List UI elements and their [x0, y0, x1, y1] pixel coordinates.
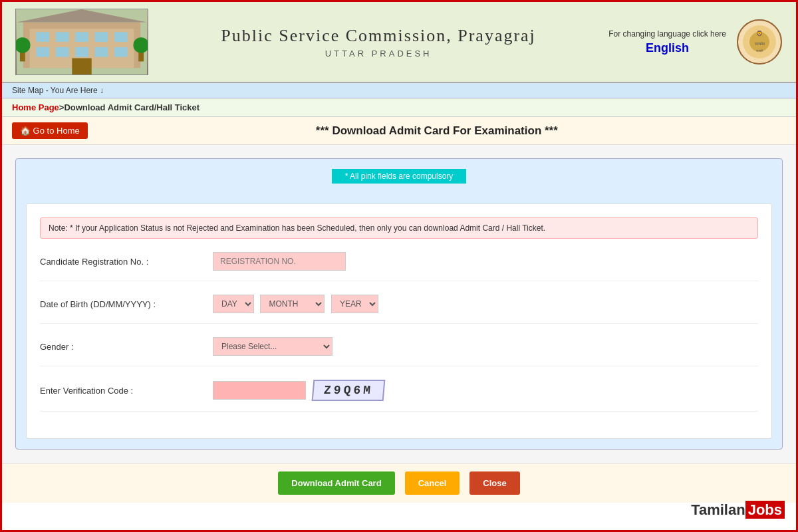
verification-label: Enter Verification Code :: [40, 386, 213, 396]
svg-rect-3: [36, 32, 49, 42]
dob-row: Date of Birth (DD/MM/YYYY) : DAY 12345 6…: [40, 295, 758, 324]
svg-text:जयते: जयते: [755, 49, 763, 53]
go-home-button[interactable]: 🏠 Go to Home: [12, 122, 88, 139]
captcha-row: Enter Verification Code : Z9Q6M: [40, 380, 758, 412]
watermark-jobs: Jobs: [745, 501, 785, 519]
dob-month-select[interactable]: MONTH JanuaryFebruaryMarchApril MayJuneJ…: [260, 295, 325, 313]
svg-rect-8: [36, 47, 49, 57]
compulsory-notice: * All pink fields are compulsory: [332, 169, 467, 184]
svg-rect-5: [75, 32, 88, 42]
captcha-image: Z9Q6M: [312, 380, 386, 401]
header-center: Public Service Commission, Prayagraj UTT…: [148, 26, 608, 59]
page-title: *** Download Admit Card For Examination …: [88, 124, 786, 138]
page-header: Public Service Commission, Prayagraj UTT…: [2, 2, 796, 83]
close-button[interactable]: Close: [469, 471, 519, 495]
button-row: Download Admit Card Cancel Close: [2, 463, 796, 503]
gender-select[interactable]: Please Select... Male Female Other: [213, 337, 332, 356]
breadcrumb-home[interactable]: Home Page: [12, 102, 59, 112]
lang-current[interactable]: English: [608, 41, 726, 55]
note-box: Note: * If your Application Status is no…: [40, 217, 758, 239]
form-inner: Note: * If your Application Status is no…: [26, 203, 772, 439]
dob-day-select[interactable]: DAY 12345 678910 1112131415 1617181920 2…: [213, 295, 254, 313]
org-subtitle: UTTAR PRADESH: [162, 49, 595, 59]
gender-label: Gender :: [40, 342, 213, 352]
dob-year-select[interactable]: YEAR 1980198519901995 2000200120022003 2…: [331, 295, 378, 313]
building-image: [15, 9, 148, 75]
nav-text: Site Map - You Are Here ↓: [12, 86, 104, 95]
watermark: TamilanJobs: [691, 501, 785, 519]
gender-row: Gender : Please Select... Male Female Ot…: [40, 337, 758, 366]
lang-prompt: For changing language click here: [608, 29, 726, 39]
toolbar: 🏠 Go to Home *** Download Admit Card For…: [2, 117, 796, 145]
notice-center: * All pink fields are compulsory: [26, 169, 772, 194]
svg-text:सत्यमेव: सत्यमेव: [754, 41, 765, 46]
nav-bar: Site Map - You Are Here ↓: [2, 83, 796, 98]
language-selector[interactable]: For changing language click here English: [608, 29, 726, 55]
watermark-tamilan: Tamilan: [691, 501, 745, 518]
svg-rect-4: [56, 32, 69, 42]
reg-no-label: Candidate Registration No. :: [40, 257, 213, 267]
svg-text:🦁: 🦁: [756, 30, 763, 37]
form-container: * All pink fields are compulsory Note: *…: [15, 158, 783, 450]
svg-rect-10: [75, 47, 88, 57]
org-title: Public Service Commission, Prayagraj: [162, 26, 595, 46]
svg-rect-12: [114, 47, 128, 57]
svg-rect-7: [114, 32, 128, 42]
breadcrumb-current: Download Admit Card/Hall Ticket: [64, 102, 200, 112]
svg-rect-6: [95, 32, 108, 42]
svg-rect-14: [72, 59, 91, 75]
dob-field: DAY 12345 678910 1112131415 1617181920 2…: [213, 295, 758, 313]
reg-no-row: Candidate Registration No. :: [40, 252, 758, 281]
main-content: * All pink fields are compulsory Note: *…: [2, 145, 796, 463]
reg-no-input[interactable]: [213, 252, 346, 271]
download-admit-card-button[interactable]: Download Admit Card: [278, 471, 394, 495]
svg-rect-11: [95, 47, 108, 57]
svg-rect-9: [56, 47, 69, 57]
captcha-container: Z9Q6M: [213, 380, 758, 401]
breadcrumb: Home Page>Download Admit Card/Hall Ticke…: [2, 98, 796, 117]
reg-no-field: [213, 252, 758, 271]
gender-field: Please Select... Male Female Other: [213, 337, 758, 356]
cancel-button[interactable]: Cancel: [405, 471, 460, 495]
captcha-field: Z9Q6M: [213, 380, 758, 401]
emblem-image: 🦁 सत्यमेव जयते: [736, 19, 783, 65]
dob-label: Date of Birth (DD/MM/YYYY) :: [40, 299, 213, 309]
captcha-input[interactable]: [213, 381, 306, 400]
note-text: Note: * If your Application Status is no…: [49, 223, 545, 233]
